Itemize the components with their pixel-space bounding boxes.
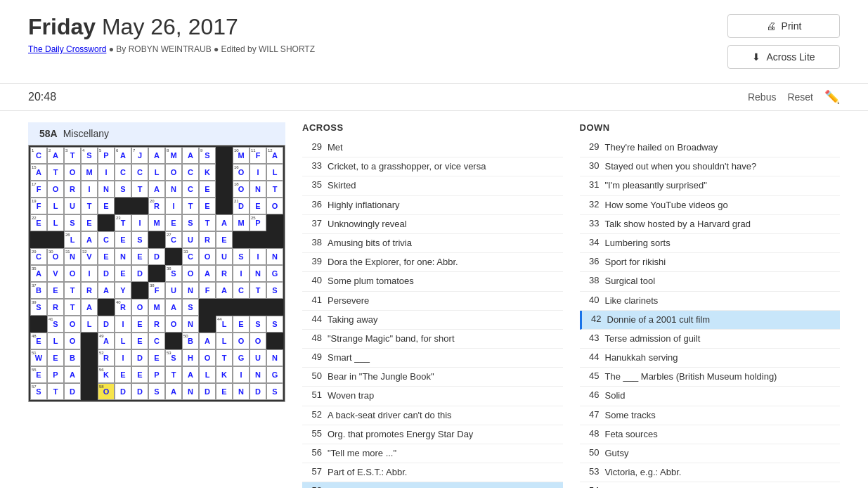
cell[interactable]: T — [165, 366, 182, 383]
cell[interactable]: S — [233, 248, 250, 265]
cell[interactable]: O — [182, 265, 199, 282]
list-item[interactable]: 38Surgical tool — [580, 272, 841, 291]
print-button[interactable]: 🖨 Print — [727, 14, 840, 38]
cell[interactable]: 18O — [233, 181, 250, 198]
cell[interactable]: 11F — [250, 147, 266, 164]
cell[interactable]: O — [64, 316, 81, 333]
reset-button[interactable]: Reset — [787, 91, 813, 103]
cell[interactable]: 12A — [266, 147, 283, 164]
cell[interactable]: 36S — [165, 265, 182, 282]
list-item[interactable]: 44Taking away — [302, 311, 563, 330]
cell[interactable] — [30, 231, 47, 248]
list-item[interactable]: 36Highly inflationary — [302, 196, 563, 215]
cell[interactable]: O — [64, 164, 81, 181]
cell[interactable]: E — [47, 349, 64, 366]
cell[interactable]: N — [266, 349, 283, 366]
cell[interactable] — [98, 299, 115, 316]
cell[interactable] — [165, 248, 182, 265]
cell[interactable]: 35A — [30, 265, 47, 282]
cell[interactable]: O — [199, 248, 216, 265]
cell[interactable]: 8M — [165, 147, 182, 164]
cell[interactable]: 31N — [64, 248, 81, 265]
list-item[interactable]: 36Sport for rikishi — [580, 253, 841, 272]
list-item[interactable]: 34Lumbering sorts — [580, 234, 841, 253]
cell[interactable]: O — [64, 265, 81, 282]
cell[interactable]: U — [165, 282, 182, 299]
cell[interactable] — [98, 214, 115, 231]
cell[interactable]: A — [81, 299, 98, 316]
list-item[interactable]: 50Bear in "The Jungle Book" — [302, 368, 563, 387]
cell[interactable] — [81, 333, 98, 349]
list-item[interactable]: 43Terse admission of guilt — [580, 330, 841, 349]
cell[interactable]: 55E — [30, 366, 47, 383]
cell[interactable]: S — [250, 316, 266, 333]
cell[interactable]: S — [266, 316, 283, 333]
cell[interactable] — [266, 231, 283, 248]
cell[interactable]: R — [47, 299, 64, 316]
cell[interactable] — [148, 265, 165, 282]
cell[interactable]: 15A — [30, 164, 47, 181]
list-item[interactable]: 40Like clarinets — [580, 292, 841, 311]
cell[interactable]: 50B — [182, 333, 199, 349]
cell[interactable] — [266, 214, 283, 231]
list-item[interactable]: 44Hanukkah serving — [580, 349, 841, 368]
cell[interactable]: M — [81, 164, 98, 181]
cell[interactable]: N — [250, 366, 266, 383]
cell[interactable] — [216, 198, 233, 214]
cell[interactable]: C — [115, 164, 131, 181]
list-item[interactable]: 41Persevere — [302, 292, 563, 311]
cell[interactable] — [165, 333, 182, 349]
cell[interactable]: A — [165, 383, 182, 400]
cell[interactable]: M — [233, 214, 250, 231]
cell[interactable]: 32V — [81, 248, 98, 265]
cell[interactable]: C — [233, 282, 250, 299]
cell[interactable] — [131, 282, 148, 299]
list-item[interactable]: 53Victoria, e.g.: Abbr. — [580, 463, 841, 482]
cell[interactable]: Y — [115, 282, 131, 299]
cell[interactable]: C — [148, 333, 165, 349]
cell[interactable]: S — [131, 231, 148, 248]
cell[interactable]: S — [266, 282, 283, 299]
cell[interactable]: 2A — [47, 147, 64, 164]
cell[interactable]: D — [64, 383, 81, 400]
cell[interactable]: 25P — [250, 214, 266, 231]
list-item[interactable]: 33Talk show hosted by a Harvard grad — [580, 215, 841, 234]
list-item[interactable]: 37Unknowingly reveal — [302, 215, 563, 234]
cell[interactable]: A — [98, 282, 115, 299]
list-item[interactable]: 33Cricket, to a grasshopper, or vice ver… — [302, 157, 563, 176]
cell[interactable]: K — [216, 366, 233, 383]
cell[interactable] — [81, 366, 98, 383]
cell[interactable]: A — [216, 282, 233, 299]
cell[interactable]: D — [131, 265, 148, 282]
cell[interactable]: I — [250, 248, 266, 265]
cell[interactable]: 40R — [115, 299, 131, 316]
cell[interactable]: A — [165, 299, 182, 316]
cell[interactable]: E — [165, 214, 182, 231]
cell[interactable]: E — [47, 282, 64, 299]
cell[interactable]: D — [98, 265, 115, 282]
cell[interactable] — [115, 198, 131, 214]
cell[interactable]: A — [64, 366, 81, 383]
cell[interactable]: E — [131, 316, 148, 333]
cell[interactable]: M — [148, 299, 165, 316]
cell[interactable]: E — [98, 248, 115, 265]
cell[interactable]: R — [148, 316, 165, 333]
cell[interactable]: R — [81, 282, 98, 299]
cell[interactable] — [30, 316, 47, 333]
cell[interactable]: O — [199, 349, 216, 366]
cell[interactable]: 17F — [30, 181, 47, 198]
cell[interactable]: U — [182, 231, 199, 248]
cell[interactable]: 52R — [98, 349, 115, 366]
cell[interactable]: N — [115, 248, 131, 265]
cell[interactable]: E — [115, 231, 131, 248]
cell[interactable]: E — [115, 366, 131, 383]
cell[interactable]: N — [182, 282, 199, 299]
cell[interactable]: L — [47, 198, 64, 214]
cell[interactable]: 4S — [81, 147, 98, 164]
cell[interactable]: L — [81, 316, 98, 333]
daily-crossword-link[interactable]: The Daily Crossword — [28, 44, 106, 54]
cell[interactable]: S — [266, 383, 283, 400]
cell[interactable]: D — [115, 383, 131, 400]
cell[interactable]: D — [250, 383, 266, 400]
cell[interactable]: S — [182, 214, 199, 231]
